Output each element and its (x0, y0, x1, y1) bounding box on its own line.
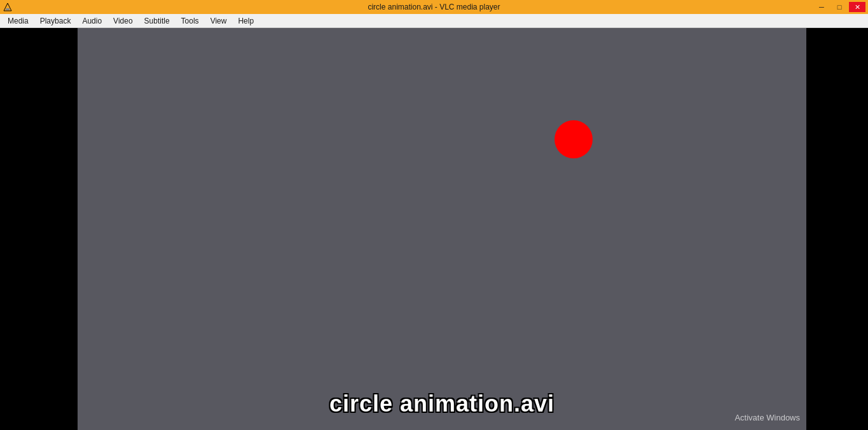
menu-item-media[interactable]: Media (3, 14, 34, 27)
menu-item-audio[interactable]: Audio (77, 14, 107, 27)
menu-item-subtitle[interactable]: Subtitle (139, 14, 175, 27)
title-bar-left (3, 2, 13, 12)
title-bar: circle animation.avi - VLC media player … (0, 0, 868, 14)
activate-windows-watermark: Activate Windows (734, 413, 800, 422)
video-container: circle animation.avi Activate Windows (0, 28, 868, 430)
red-circle (555, 120, 593, 158)
video-frame[interactable]: circle animation.avi Activate Windows (78, 28, 806, 430)
vlc-icon (3, 2, 13, 12)
menu-item-help[interactable]: Help (233, 14, 259, 27)
menu-item-tools[interactable]: Tools (176, 14, 204, 27)
maximize-button[interactable]: □ (831, 2, 848, 12)
close-button[interactable]: ✕ (849, 2, 865, 12)
menu-item-view[interactable]: View (205, 14, 232, 27)
video-overlay-title: circle animation.avi (329, 391, 555, 417)
right-letterbox (806, 28, 868, 430)
menu-item-video[interactable]: Video (108, 14, 137, 27)
svg-rect-1 (6, 8, 10, 10)
minimize-button[interactable]: ─ (813, 2, 830, 12)
menu-bar: Media Playback Audio Video Subtitle Tool… (0, 14, 868, 28)
window-controls: ─ □ ✕ (813, 2, 865, 12)
window-title: circle animation.avi - VLC media player (368, 3, 500, 11)
left-letterbox (0, 28, 78, 430)
menu-item-playback[interactable]: Playback (35, 14, 76, 27)
